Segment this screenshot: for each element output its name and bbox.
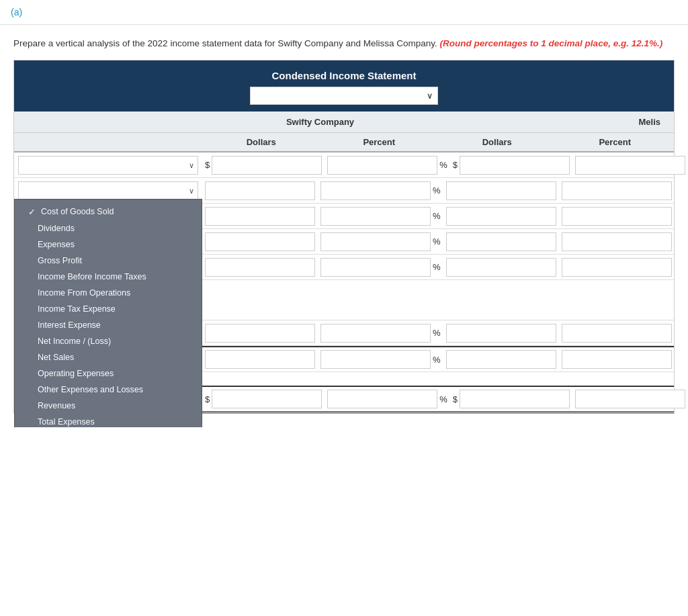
plain-cell [202, 349, 318, 370]
plain-input[interactable] [205, 207, 315, 226]
percent-input-2[interactable] [562, 207, 672, 226]
table-row: Cost of Goods Sold Dividends Expenses Gr… [14, 152, 674, 178]
section-label: (a) [0, 0, 688, 25]
header-dropdown[interactable] [250, 87, 438, 105]
percent-input[interactable] [327, 390, 437, 408]
dropdown-menu-item[interactable]: Gross Profit [15, 253, 202, 269]
percent-cell: % [325, 388, 450, 410]
plain-cell [202, 231, 318, 253]
plain-input-2[interactable] [446, 350, 556, 369]
plain-input[interactable] [205, 181, 315, 200]
plain-input-2[interactable] [446, 181, 556, 200]
dollar-sign-icon-2: $ [453, 394, 458, 404]
dollar-input[interactable] [212, 156, 322, 175]
dropdown-menu-item[interactable]: Income From Operations [15, 285, 202, 301]
dropdown-menu-item[interactable]: Net Income / (Loss) [15, 333, 202, 349]
row-dropdown-wrapper: Cost of Goods Sold Dividends Expenses Gr… [18, 156, 198, 175]
dollar-sign-icon: $ [205, 160, 210, 170]
dollar-input-2[interactable] [460, 390, 570, 408]
percent-cell: % [318, 322, 443, 344]
percent-cell-2 [572, 388, 688, 410]
percent-input[interactable] [320, 207, 431, 226]
percent-cell-2 [559, 180, 675, 202]
row-select[interactable]: Cost of Goods Sold Dividends Expenses Gr… [18, 156, 198, 175]
dollar-cell-2: $ [450, 388, 572, 410]
percent-sign-icon: % [439, 394, 447, 404]
plain-input-2[interactable] [446, 258, 556, 277]
dropdown-menu-item[interactable]: Revenues [15, 398, 202, 414]
dropdown-menu-item[interactable]: Income Tax Expense [15, 301, 202, 317]
plain-cell [202, 206, 318, 227]
dollar-input[interactable] [212, 390, 322, 408]
percent-input-2[interactable] [562, 350, 672, 369]
col-headers-row: Dollars Percent Dollars Percent [14, 133, 674, 152]
dollar-input-2[interactable] [460, 156, 570, 175]
percent-cell: % [318, 231, 443, 253]
percent-cell [320, 299, 439, 302]
plain-cell-2 [443, 231, 559, 253]
dropdown-menu-item[interactable]: Operating Expenses [15, 365, 202, 382]
percent-input-2[interactable] [562, 232, 672, 251]
dropdown-menu-item[interactable]: Expenses [15, 236, 202, 253]
percent-cell-2 [559, 231, 675, 253]
percent-input[interactable] [320, 350, 431, 369]
percent-cell: % [318, 206, 443, 227]
dropdown-menu: Cost of Goods Sold Dividends Expenses Gr… [14, 199, 202, 428]
dropdown-menu-item[interactable]: Dividends [15, 220, 202, 236]
table-title: Condensed Income Statement [21, 70, 667, 81]
empty-col [14, 112, 202, 132]
plain-input[interactable] [205, 350, 315, 369]
percent-sign-icon: % [433, 185, 441, 195]
percent-sign-icon: % [433, 262, 441, 272]
percent-sign-icon: % [433, 211, 441, 221]
plain-cell-2 [443, 349, 559, 370]
plain-cell [202, 257, 318, 278]
dropdown-menu-item[interactable]: Cost of Goods Sold [15, 204, 202, 220]
percent-input[interactable] [320, 324, 431, 343]
percent-input[interactable] [327, 156, 437, 175]
dropdown-menu-item[interactable]: Interest Expense [15, 317, 202, 333]
percent-cell-2 [572, 155, 688, 176]
dropdown-menu-item[interactable]: Total Expenses [15, 414, 202, 428]
page-wrapper: (a) Prepare a vertical analysis of the 2… [0, 0, 688, 414]
row-dropdown-wrapper: Cost of Goods Sold Dividends Expenses Gr… [18, 181, 198, 200]
plain-input[interactable] [205, 232, 315, 251]
percent-cell-2 [559, 257, 675, 278]
percent-input[interactable] [320, 181, 431, 200]
header-dropdown-wrapper [250, 87, 438, 105]
plain-input[interactable] [205, 324, 315, 343]
percent-cell-2 [559, 206, 675, 227]
percent-input-2[interactable] [562, 324, 672, 343]
percent-input-2[interactable] [575, 390, 685, 408]
dropdown-menu-item[interactable]: Income Before Income Taxes [15, 269, 202, 285]
percent-sign-icon: % [433, 236, 441, 247]
plain-cell-2 [443, 206, 559, 227]
percent-input[interactable] [320, 258, 431, 277]
instructions: Prepare a vertical analysis of the 2022 … [0, 25, 688, 60]
percent-cell-2 [559, 322, 675, 344]
percent2-header: Percent [556, 133, 675, 151]
row-label-cell: Cost of Goods Sold Dividends Expenses Gr… [14, 179, 202, 203]
plain-input-2[interactable] [446, 324, 556, 343]
dropdown-menu-item[interactable]: Other Expenses and Losses [15, 382, 202, 398]
plain-input-2[interactable] [446, 207, 556, 226]
plain-input-2[interactable] [446, 232, 556, 251]
income-statement-table: Condensed Income Statement Swifty Compan… [13, 60, 675, 414]
plain-cell [202, 322, 318, 344]
percent-input-2[interactable] [562, 181, 672, 200]
plain-cell-2 [438, 299, 556, 302]
percent-input-2[interactable] [575, 156, 685, 175]
melissa-company-header: Melis [438, 112, 674, 132]
plain-input[interactable] [205, 258, 315, 277]
companies-row: Swifty Company Melis [14, 112, 674, 133]
dollars2-header: Dollars [438, 133, 556, 151]
row-label-cell: Cost of Goods Sold Dividends Expenses Gr… [14, 153, 202, 177]
percent-input[interactable] [320, 232, 431, 251]
plain-cell [202, 180, 318, 202]
dropdown-menu-item[interactable]: Net Sales [15, 349, 202, 365]
row-select[interactable]: Cost of Goods Sold Dividends Expenses Gr… [18, 181, 198, 200]
dollar-sign-icon-2: $ [453, 160, 458, 170]
dollars1-header: Dollars [202, 133, 320, 151]
percent-input-2[interactable] [562, 258, 672, 277]
dollar-cell: $ [202, 155, 325, 176]
